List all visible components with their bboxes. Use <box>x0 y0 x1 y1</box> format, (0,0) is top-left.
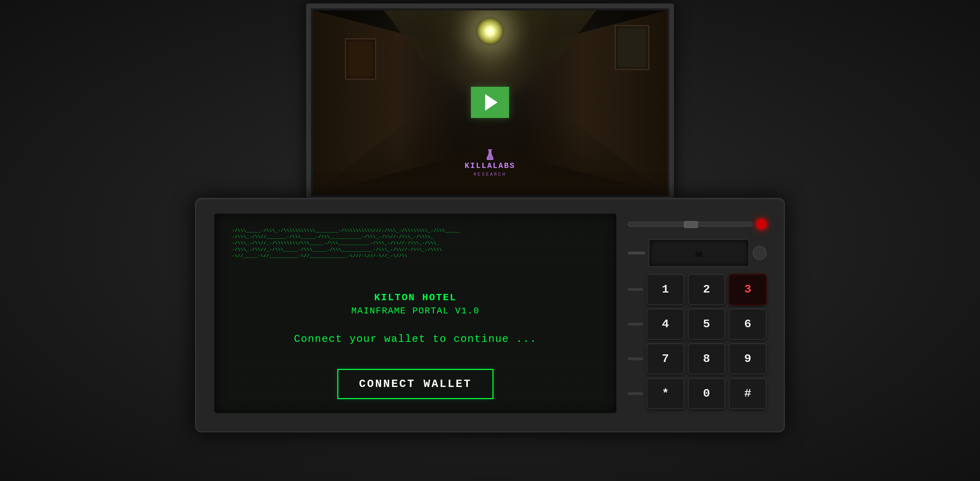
key-8[interactable]: 8 <box>688 343 725 374</box>
slider-thumb <box>684 221 698 228</box>
skull-row: ☠ <box>628 239 767 267</box>
key-9[interactable]: 9 <box>729 343 767 374</box>
key-1[interactable]: 1 <box>646 274 684 305</box>
hotel-name: KILTON HOTEL <box>351 290 480 306</box>
skull-display: ☠ <box>649 239 749 267</box>
play-button[interactable] <box>471 87 509 118</box>
keypad-row-4: * 0 # <box>628 378 767 409</box>
row-line-2 <box>628 323 643 325</box>
side-button-skull[interactable] <box>753 246 767 260</box>
key-star[interactable]: * <box>646 378 684 409</box>
row-line-1 <box>628 288 643 291</box>
key-3[interactable]: 3 <box>729 274 767 305</box>
connect-prompt: Connect your wallet to continue ... <box>294 333 537 345</box>
killalabs-logo: KILLALABS RESEARCH <box>465 149 515 177</box>
row-line-3 <box>628 357 643 360</box>
keypad-row-1: 1 2 3 <box>628 274 767 305</box>
keypad-row-2: 4 5 6 <box>628 309 767 340</box>
key-2[interactable]: 2 <box>688 274 725 305</box>
main-console: -/\\\_____-/\\\_-/\\\\\\\\\\\________-/\… <box>195 198 785 432</box>
key-0[interactable]: 0 <box>688 378 725 409</box>
keypad-grid: 1 2 3 4 5 6 7 8 9 <box>628 274 767 409</box>
flask-icon <box>486 149 494 160</box>
skull-icon: ☠ <box>695 245 703 262</box>
row-line-4 <box>628 392 643 395</box>
keypad-topbar <box>628 216 767 232</box>
key-5[interactable]: 5 <box>688 309 725 340</box>
portal-version: MAINFRAME PORTAL V1.0 <box>351 306 480 316</box>
video-monitor: KILLALABS RESEARCH <box>306 3 674 201</box>
video-area: KILLALABS RESEARCH <box>313 10 667 194</box>
play-triangle-icon <box>485 94 498 111</box>
row-indicator-skull <box>628 252 645 254</box>
power-indicator-light <box>756 219 767 229</box>
svg-rect-0 <box>488 149 492 150</box>
brand-sub: RESEARCH <box>474 172 506 177</box>
ceiling-light <box>476 18 504 45</box>
keypad-row-3: 7 8 9 <box>628 343 767 374</box>
slider-track[interactable] <box>628 222 753 227</box>
connect-wallet-button[interactable]: CONNECT WALLET <box>337 369 494 399</box>
wall-picture-left <box>345 38 376 80</box>
key-6[interactable]: 6 <box>729 309 767 340</box>
key-hash[interactable]: # <box>729 378 767 409</box>
key-4[interactable]: 4 <box>646 309 684 340</box>
terminal-screen: -/\\\_____-/\\\_-/\\\\\\\\\\\________-/\… <box>213 213 617 414</box>
keypad-section: ☠ 1 2 3 4 5 6 <box>628 213 767 414</box>
svg-point-1 <box>488 156 492 159</box>
ascii-art: -/\\\_____-/\\\_-/\\\\\\\\\\\________-/\… <box>232 228 599 259</box>
key-7[interactable]: 7 <box>646 343 684 374</box>
wall-picture-right <box>614 25 649 70</box>
brand-name: KILLALABS <box>465 162 515 170</box>
